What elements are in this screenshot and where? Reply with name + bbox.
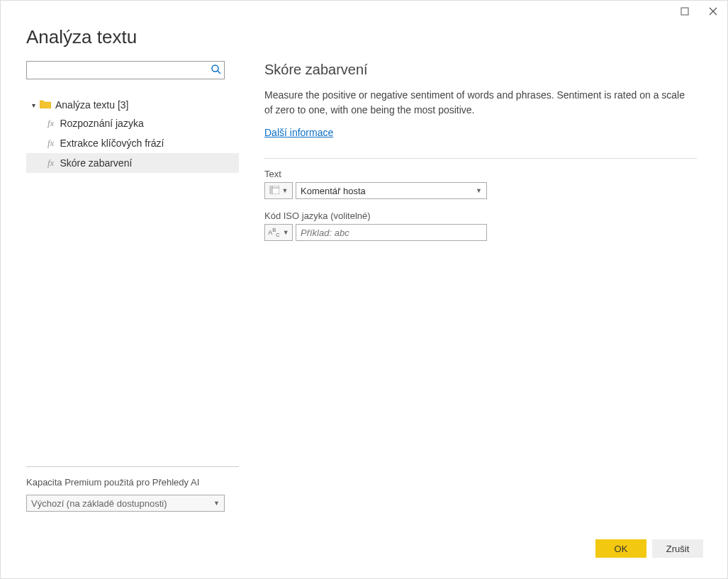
maximize-button[interactable] xyxy=(678,4,692,18)
detail-description: Measure the positive or negative sentime… xyxy=(264,88,690,118)
dialog-window: Analýza textu ▾ Analýza textu [3] fx xyxy=(0,0,728,579)
fx-icon: fx xyxy=(47,157,54,169)
svg-rect-0 xyxy=(681,8,688,15)
more-info-link[interactable]: Další informace xyxy=(264,127,333,138)
folder-icon xyxy=(40,99,51,111)
tree-item-key-phrase-extraction[interactable]: fx Extrakce klíčových frází xyxy=(26,133,239,153)
divider xyxy=(26,466,239,467)
function-tree: ▾ Analýza textu [3] fx Rozpoznání jazyka… xyxy=(26,96,239,173)
chevron-down-icon: ▼ xyxy=(282,187,289,194)
text-column-select[interactable]: Komentář hosta ▼ xyxy=(296,182,487,199)
column-icon xyxy=(269,186,279,196)
premium-select-value: Výchozí (na základě dostupnosti) xyxy=(31,498,167,509)
fx-icon: fx xyxy=(47,118,54,129)
page-title: Analýza textu xyxy=(26,26,239,48)
iso-field-label: Kód ISO jazyka (volitelné) xyxy=(264,210,702,221)
left-panel: Analýza textu ▾ Analýza textu [3] fx xyxy=(26,22,239,532)
abc-icon: ABC xyxy=(268,227,279,238)
premium-capacity-label: Kapacita Premium použitá pro Přehledy AI xyxy=(26,477,239,488)
search-input[interactable] xyxy=(26,61,225,79)
iso-language-input[interactable] xyxy=(296,224,487,241)
chevron-down-icon: ▼ xyxy=(213,500,220,507)
tree-item-label: Rozpoznání jazyka xyxy=(60,118,143,129)
tree-item-language-detection[interactable]: fx Rozpoznání jazyka xyxy=(26,113,239,133)
cancel-button[interactable]: Zrušit xyxy=(652,539,703,558)
text-select-value: Komentář hosta xyxy=(301,186,366,196)
text-type-selector[interactable]: ▼ xyxy=(264,182,293,199)
svg-rect-8 xyxy=(269,186,272,194)
tree-item-label: Extrakce klíčových frází xyxy=(60,137,164,149)
window-titlebar xyxy=(1,1,727,22)
iso-type-selector[interactable]: ABC ▼ xyxy=(264,224,293,241)
text-field-label: Text xyxy=(264,169,702,179)
chevron-down-icon: ▼ xyxy=(476,187,482,194)
chevron-down-icon: ▼ xyxy=(283,229,289,236)
premium-capacity-select[interactable]: Výchozí (na základě dostupnosti) ▼ xyxy=(26,495,225,512)
tree-item-sentiment-score[interactable]: fx Skóre zabarvení xyxy=(26,153,239,173)
close-button[interactable] xyxy=(706,4,720,18)
tree-root-item[interactable]: ▾ Analýza textu [3] xyxy=(26,96,239,113)
detail-title: Skóre zabarvení xyxy=(264,62,702,78)
tree-root-label: Analýza textu [3] xyxy=(55,99,129,111)
divider xyxy=(264,158,697,159)
fx-icon: fx xyxy=(47,137,54,149)
ok-button[interactable]: OK xyxy=(595,539,646,558)
tree-item-label: Skóre zabarvení xyxy=(60,157,132,169)
dialog-footer: OK Zrušit xyxy=(1,532,727,578)
caret-down-icon: ▾ xyxy=(32,101,35,109)
detail-panel: Skóre zabarvení Measure the positive or … xyxy=(239,22,702,532)
